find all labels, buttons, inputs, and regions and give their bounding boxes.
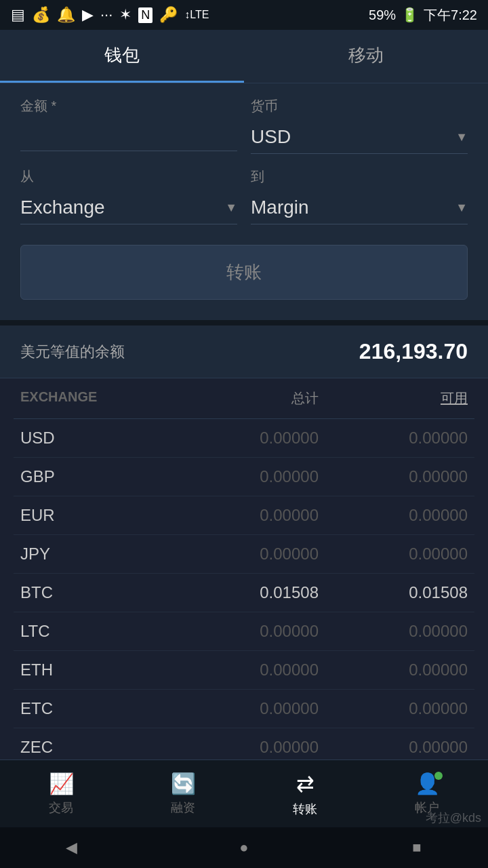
status-key-icon: 🔑 <box>159 6 178 24</box>
to-label: 到 <box>251 167 468 186</box>
amount-group: 金额 * <box>20 97 237 154</box>
nav-finance[interactable]: 🔄 融资 <box>122 760 244 827</box>
cell-currency: ETH <box>20 660 169 679</box>
transfer-icon: ⇄ <box>296 771 314 797</box>
cell-total: 0.00000 <box>169 699 319 718</box>
to-group: 到 Margin ▼ <box>251 167 468 224</box>
top-tabs: 钱包 移动 <box>0 30 488 83</box>
to-display[interactable]: Margin ▼ <box>251 191 468 224</box>
status-wallet-icon: 💰 <box>32 6 50 24</box>
form-section: 金额 * 货币 USD ▼ 从 Exchange <box>0 83 488 320</box>
from-label: 从 <box>20 167 237 186</box>
to-value: Margin <box>251 197 309 218</box>
back-button[interactable]: ◀ <box>54 831 88 865</box>
table-row: USD 0.00000 0.00000 <box>14 419 474 458</box>
cell-available: 0.00000 <box>319 699 468 718</box>
cell-currency: JPY <box>20 545 169 564</box>
cell-currency: EUR <box>20 506 169 525</box>
recents-button[interactable]: ■ <box>400 831 434 865</box>
amount-currency-row: 金额 * 货币 USD ▼ <box>20 97 468 154</box>
to-chevron-icon: ▼ <box>455 201 468 215</box>
bottom-nav: 📈 交易 🔄 融资 ⇄ 转账 👤 帐户 <box>0 760 488 827</box>
status-left: ▤ 💰 🔔 ▶ ··· ✶ N 🔑 ↕LTE <box>11 6 209 24</box>
balance-label: 美元等值的余额 <box>20 342 125 362</box>
cell-total: 0.00000 <box>169 738 319 757</box>
cell-total: 0.01508 <box>169 583 319 602</box>
cell-currency: BTC <box>20 583 169 602</box>
nav-trade[interactable]: 📈 交易 <box>0 760 122 827</box>
tab-move[interactable]: 移动 <box>244 30 488 83</box>
from-chevron-icon: ▼ <box>225 201 237 215</box>
currency-value: USD <box>251 126 291 148</box>
cell-available: 0.01508 <box>319 583 468 602</box>
finance-icon: 🔄 <box>171 772 196 795</box>
from-select[interactable]: Exchange ▼ <box>20 191 237 224</box>
currency-label: 货币 <box>251 97 468 115</box>
cell-total: 0.00000 <box>169 660 319 679</box>
to-select[interactable]: Margin ▼ <box>251 191 468 224</box>
table-row: LTC 0.00000 0.00000 <box>14 612 474 651</box>
currency-chevron-icon: ▼ <box>455 130 468 144</box>
from-to-row: 从 Exchange ▼ 到 Margin ▼ <box>20 167 468 224</box>
currency-select[interactable]: USD ▼ <box>251 121 468 154</box>
header-currency: EXCHANGE <box>20 389 169 408</box>
cell-total: 0.00000 <box>169 622 319 641</box>
status-right: 59% 🔋 下午7:22 <box>369 6 477 24</box>
table-row: ETH 0.00000 0.00000 <box>14 651 474 690</box>
status-send-icon: ▶ <box>82 6 94 24</box>
cell-currency: LTC <box>20 622 169 641</box>
cell-available: 0.00000 <box>319 660 468 679</box>
status-signal-icon: ↕LTE <box>184 9 209 21</box>
from-group: 从 Exchange ▼ <box>20 167 237 224</box>
currency-display[interactable]: USD ▼ <box>251 121 468 153</box>
table-row: JPY 0.00000 0.00000 <box>14 535 474 574</box>
watermark: 考拉@kds <box>426 810 481 826</box>
time-display: 下午7:22 <box>424 6 477 24</box>
cell-available: 0.00000 <box>319 467 468 486</box>
status-sim-icon: ▤ <box>11 6 25 24</box>
status-nfc-icon: N <box>138 7 152 23</box>
status-bar: ▤ 💰 🔔 ▶ ··· ✶ N 🔑 ↕LTE 59% 🔋 下午7:22 <box>0 0 488 30</box>
table-row: EUR 0.00000 0.00000 <box>14 496 474 535</box>
home-button[interactable]: ● <box>227 831 261 865</box>
cell-total: 0.00000 <box>169 506 319 525</box>
balance-value: 216,193.70 <box>359 339 468 364</box>
amount-label: 金额 * <box>20 97 237 115</box>
cell-available: 0.00000 <box>319 506 468 525</box>
cell-currency: USD <box>20 429 169 448</box>
cell-available: 0.00000 <box>319 545 468 564</box>
header-available: 可用 <box>319 389 468 408</box>
system-bar: ◀ ● ■ <box>0 827 488 868</box>
nav-transfer[interactable]: ⇄ 转账 <box>244 760 366 827</box>
cell-available: 0.00000 <box>319 738 468 757</box>
battery-icon: 🔋 <box>401 7 418 23</box>
transfer-button[interactable]: 转账 <box>20 245 468 300</box>
table-row: BTC 0.01508 0.01508 <box>14 574 474 612</box>
cell-currency: ZEC <box>20 738 169 757</box>
cell-total: 0.00000 <box>169 545 319 564</box>
cell-total: 0.00000 <box>169 429 319 448</box>
balance-section: 美元等值的余额 216,193.70 <box>0 320 488 378</box>
from-value: Exchange <box>20 197 105 218</box>
battery-percent: 59% <box>369 7 396 23</box>
currency-group: 货币 USD ▼ <box>251 97 468 154</box>
cell-available: 0.00000 <box>319 429 468 448</box>
cell-currency: GBP <box>20 467 169 486</box>
trade-icon: 📈 <box>49 772 74 795</box>
from-display[interactable]: Exchange ▼ <box>20 191 237 224</box>
table-header: EXCHANGE 总计 可用 <box>14 378 474 419</box>
cell-available: 0.00000 <box>319 622 468 641</box>
status-bell-icon: 🔔 <box>57 6 75 24</box>
status-dots: ··· <box>100 6 113 24</box>
status-bluetooth-icon: ✶ <box>119 6 131 24</box>
cell-currency: ETC <box>20 699 169 718</box>
amount-input[interactable] <box>20 121 237 151</box>
table-row: ETC 0.00000 0.00000 <box>14 690 474 728</box>
account-wrapper: 👤 <box>415 772 440 795</box>
table-row: GBP 0.00000 0.00000 <box>14 458 474 496</box>
tab-wallet[interactable]: 钱包 <box>0 30 244 83</box>
online-dot <box>434 772 443 780</box>
header-total: 总计 <box>169 389 319 408</box>
cell-total: 0.00000 <box>169 467 319 486</box>
